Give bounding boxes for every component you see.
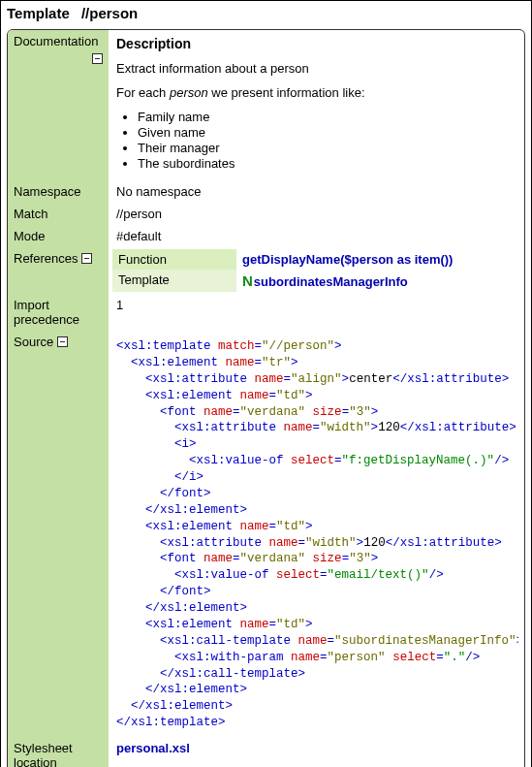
row-label-documentation: Documentation (8, 30, 109, 180)
title-type: Template (7, 5, 70, 21)
description-line1: Extract information about a person (116, 61, 518, 76)
stylesheet-link[interactable]: personal.xsl (116, 741, 190, 755)
ref-key-function: Function (112, 249, 236, 270)
label-text-references: References (14, 251, 78, 266)
list-item: Family name (138, 110, 518, 124)
collapse-icon[interactable] (92, 53, 103, 64)
description-line2: For each person we present information l… (116, 85, 518, 100)
references-table: Function getDisplayName($person as item(… (112, 249, 518, 292)
row-label-source: Source (8, 331, 109, 737)
description-list: Family name Given name Their manager The… (116, 110, 518, 171)
row-label-mode: Mode (8, 225, 109, 247)
source-code: <xsl:template match="//person"> <xsl:ele… (116, 338, 518, 731)
row-label-stylesheet: Stylesheet location (8, 737, 109, 767)
collapse-icon[interactable] (81, 253, 92, 264)
label-text-source: Source (14, 335, 53, 349)
row-label-references: References (8, 247, 109, 294)
ref-val-template: NsubordinatesManagerInfo (236, 270, 518, 292)
row-value-match: //person (109, 203, 524, 225)
list-item: Given name (138, 125, 518, 140)
template-link[interactable]: subordinatesManagerInfo (254, 274, 408, 289)
panel-title: Template //person (7, 5, 525, 25)
content-panel: Documentation Description Extract inform… (7, 29, 525, 767)
row-label-import: Import precedence (8, 294, 109, 331)
description-heading: Description (116, 36, 518, 51)
collapse-icon[interactable] (57, 336, 68, 347)
template-doc-panel: Template //person Documentation Descript… (0, 0, 532, 767)
row-value-mode: #default (109, 225, 524, 247)
function-link[interactable]: getDisplayName($person as item()) (242, 252, 453, 267)
label-text-documentation: Documentation (14, 34, 98, 48)
template-n-icon: N (242, 272, 253, 289)
list-item: Their manager (138, 141, 518, 155)
row-content-documentation: Description Extract information about a … (109, 30, 524, 180)
row-label-namespace: Namespace (8, 180, 109, 203)
list-item: The subordinates (138, 156, 518, 171)
row-value-import: 1 (109, 294, 524, 331)
row-content-references: Function getDisplayName($person as item(… (109, 247, 524, 294)
row-content-source: <xsl:template match="//person"> <xsl:ele… (109, 331, 524, 737)
row-label-match: Match (8, 203, 109, 225)
row-value-namespace: No namespace (109, 180, 524, 203)
ref-val-function: getDisplayName($person as item()) (236, 249, 518, 270)
row-value-stylesheet: personal.xsl (109, 737, 524, 767)
ref-key-template: Template (112, 270, 236, 292)
title-name: //person (81, 5, 138, 21)
properties-table: Documentation Description Extract inform… (8, 30, 524, 767)
